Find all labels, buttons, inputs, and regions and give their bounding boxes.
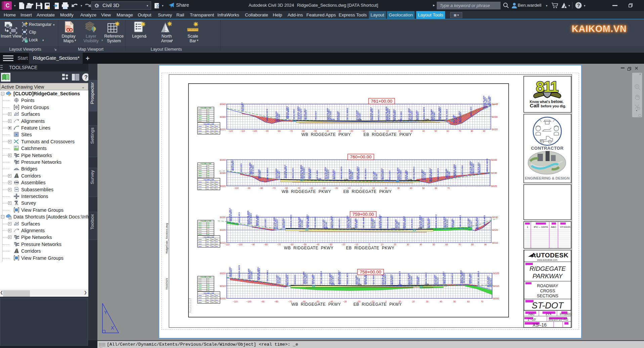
svg-text:?: ? (577, 3, 580, 8)
svg-text:CBC EL:6026.5: CBC EL:6026.5 (453, 220, 455, 228)
svg-text:40: 40 (410, 187, 413, 189)
svg-text:HINGE EL:6027.8: HINGE EL:6027.8 (230, 209, 232, 221)
svg-text:ST-DOT: ST-DOT (532, 300, 564, 310)
svg-text:CBC EL:6026.5: CBC EL:6026.5 (250, 213, 252, 225)
svg-text:−70: −70 (272, 187, 275, 189)
svg-text:CBC EL:6026.5: CBC EL:6026.5 (309, 169, 311, 179)
svg-text:CBC EL:6026.5: CBC EL:6026.5 (411, 218, 413, 228)
svg-text:−80: −80 (264, 243, 268, 246)
svg-text:▬▬▬: ▬▬▬ (199, 241, 202, 242)
svg-text:0: 0 (369, 243, 370, 246)
svg-text:▬▬: ▬▬ (212, 246, 214, 247)
svg-text:CBC EL:6026.5: CBC EL:6026.5 (307, 216, 309, 228)
svg-text:−100: −100 (234, 187, 239, 189)
svg-text:HINGE EL:6027.8: HINGE EL:6027.8 (470, 107, 472, 116)
svg-text:HINGE EL:6027.8: HINGE EL:6027.8 (279, 277, 281, 283)
svg-text:40: 40 (440, 300, 442, 303)
svg-text:HINGE EL:6027.8: HINGE EL:6027.8 (374, 220, 376, 229)
svg-text:−30: −30 (343, 300, 347, 303)
svg-text:−80: −80 (259, 187, 263, 189)
svg-text:HINGE EL:6027.8: HINGE EL:6027.8 (339, 272, 341, 284)
svg-text:HINGE EL:6027.8: HINGE EL:6027.8 (340, 166, 342, 179)
svg-text:90: 90 (484, 243, 487, 246)
svg-text:HINGE EL:6027.8: HINGE EL:6027.8 (278, 171, 280, 179)
svg-text:6010: 6010 (492, 241, 498, 244)
svg-text:▬▬▬: ▬▬▬ (199, 172, 202, 174)
svg-text:▬▬: ▬▬ (216, 302, 218, 303)
svg-text:▬▬: ▬▬ (207, 175, 209, 176)
svg-text:−80: −80 (277, 130, 281, 132)
svg-text:▬▬: ▬▬ (207, 167, 209, 168)
svg-text:▬▬▬: ▬▬▬ (199, 282, 202, 284)
svg-text:▬▬: ▬▬ (207, 113, 209, 114)
svg-text:▬▬▬: ▬▬▬ (199, 226, 202, 228)
svg-text:HINGE EL:6027.8: HINGE EL:6027.8 (380, 216, 382, 229)
svg-text:760+00.00: 760+00.00 (350, 154, 372, 159)
svg-text:HINGE EL:6027.8: HINGE EL:6027.8 (389, 170, 391, 180)
svg-text:6020: 6020 (492, 229, 498, 232)
svg-text:80: 80 (471, 130, 473, 132)
svg-text:▬▬▬: ▬▬▬ (199, 133, 202, 134)
svg-text:-2.0%: -2.0% (330, 118, 335, 120)
svg-text:60: 60 (445, 243, 448, 246)
svg-text:EB RIDGEGATE PKWY: EB RIDGEGATE PKWY (363, 132, 412, 137)
svg-text:▬▬▬: ▬▬▬ (199, 128, 202, 129)
svg-text:-2.0%: -2.0% (317, 178, 321, 180)
svg-text:CBC EL:6026.5: CBC EL:6026.5 (301, 220, 303, 228)
svg-text:▬▬▬: ▬▬▬ (199, 126, 202, 127)
svg-text:CROSS: CROSS (540, 289, 555, 293)
svg-text:CBC EL:6026.5: CBC EL:6026.5 (293, 109, 295, 119)
svg-text:6000: 6000 (493, 297, 499, 300)
svg-text:XS–16: XS–16 (532, 322, 547, 328)
svg-text:20: 20 (412, 300, 415, 303)
svg-text:HINGE EL:6027.8: HINGE EL:6027.8 (376, 174, 378, 180)
svg-text:▬▬: ▬▬ (207, 299, 209, 301)
svg-text:CBC EL:6026.5: CBC EL:6026.5 (489, 97, 491, 106)
svg-text:HINGE EL:6027.8: HINGE EL:6027.8 (305, 110, 307, 120)
svg-text:▬▬: ▬▬ (207, 232, 209, 233)
svg-text:▬▬: ▬▬ (216, 130, 218, 132)
svg-text:HINGE EL:6027.8: HINGE EL:6027.8 (238, 212, 240, 223)
svg-text:−50: −50 (313, 130, 317, 132)
svg-text:70: 70 (458, 243, 461, 246)
svg-text:HINGE EL:6027.8: HINGE EL:6027.8 (456, 117, 458, 123)
svg-text:HINGE EL:6027.8: HINGE EL:6027.8 (437, 168, 439, 180)
svg-text:EB RIDGEGATE PKWY: EB RIDGEGATE PKWY (353, 302, 402, 307)
svg-text:6020: 6020 (491, 185, 497, 188)
svg-text:−110: −110 (240, 130, 245, 132)
svg-text:−70: −70 (277, 243, 281, 246)
svg-text:▬▬▬: ▬▬▬ (199, 228, 202, 229)
svg-text:−60: −60 (290, 243, 294, 246)
svg-text:WB RIDGEGATE PKWY: WB RIDGEGATE PKWY (284, 246, 333, 250)
svg-text:▬▬▬: ▬▬▬ (199, 297, 202, 298)
svg-text:7/10/2021: 7/10/2021 (165, 278, 168, 290)
svg-text:CBC EL:6026.5: CBC EL:6026.5 (266, 270, 268, 282)
svg-text:−20: −20 (342, 243, 345, 246)
svg-text:-2.0%: -2.0% (384, 179, 389, 181)
svg-text:▬▬▬: ▬▬▬ (199, 111, 202, 112)
svg-text:PARKWAY: PARKWAY (532, 272, 563, 280)
svg-text:30: 30 (397, 187, 400, 189)
svg-text:▬▬: ▬▬ (207, 109, 209, 110)
svg-text:0: 0 (375, 130, 376, 132)
svg-text:▬▬▬: ▬▬▬ (199, 176, 202, 178)
svg-text:60: 60 (467, 300, 470, 303)
svg-text:▬▬▬: ▬▬▬ (199, 167, 202, 168)
svg-text:▬▬▬: ▬▬▬ (199, 186, 202, 187)
svg-text:6030: 6030 (220, 115, 226, 118)
svg-text:ABC: ABC (528, 312, 535, 316)
svg-text:10: 10 (386, 130, 389, 132)
svg-text:CBC EL:6026.5: CBC EL:6026.5 (364, 168, 367, 180)
svg-text:−100: −100 (252, 130, 257, 132)
svg-text:CBC EL:6026.5: CBC EL:6026.5 (398, 222, 400, 229)
svg-text:6020: 6020 (220, 128, 226, 131)
svg-text:CBC EL:6026.5: CBC EL:6026.5 (418, 277, 420, 285)
svg-text:HINGE EL:6027.8: HINGE EL:6027.8 (387, 217, 389, 229)
svg-text:▬▬: ▬▬ (207, 126, 209, 127)
svg-text:HINGE EL:6027.8: HINGE EL:6027.8 (294, 275, 296, 284)
svg-text:07/10/21: 07/10/21 (560, 312, 571, 316)
svg-text:50: 50 (433, 243, 435, 246)
svg-text:HINGE EL:6027.8: HINGE EL:6027.8 (276, 219, 278, 229)
svg-text:HINGE EL:6027.8: HINGE EL:6027.8 (371, 108, 373, 120)
svg-text:AUTODESK: AUTODESK (531, 252, 568, 259)
